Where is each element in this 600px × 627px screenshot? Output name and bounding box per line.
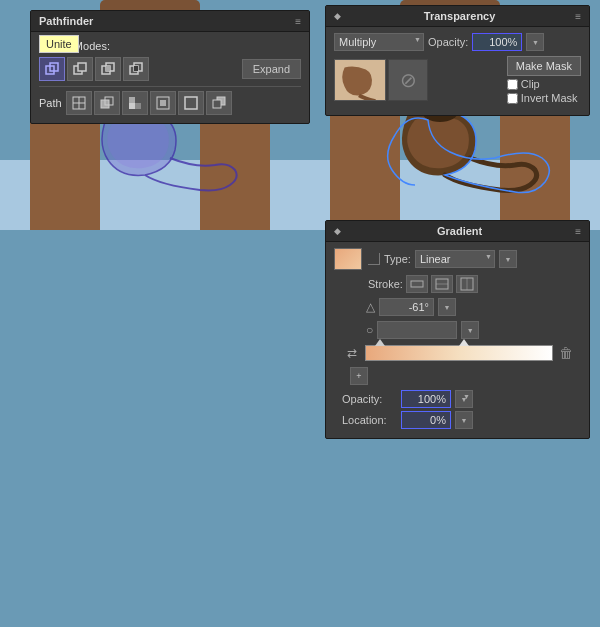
swatch-group [334, 248, 362, 270]
divider-1 [39, 86, 301, 87]
stroke-btn-1[interactable] [406, 275, 428, 293]
location-label: Location: [342, 414, 397, 426]
type-dropdown-icon: ▼ [504, 256, 511, 263]
make-mask-btn[interactable]: Make Mask [507, 56, 581, 76]
pathfinder-title: Pathfinder [39, 15, 93, 27]
location-input[interactable] [401, 411, 451, 429]
transparency-panel-header: ◆ Transparency ≡ [326, 6, 589, 27]
gradient-swatch-fill[interactable] [334, 248, 362, 270]
gradient-menu-icon[interactable]: ≡ [575, 226, 581, 237]
opacity-input[interactable] [472, 33, 522, 51]
location-field-row: Location: ▼ [342, 411, 573, 429]
gradient-stop-left[interactable] [375, 339, 385, 346]
divide-btn[interactable] [66, 91, 92, 115]
aspect-input[interactable] [377, 321, 457, 339]
gradient-reverse-row: ⇄ 🗑 [342, 344, 573, 362]
grad-opacity-dropdown[interactable]: ▼ [455, 390, 473, 408]
svg-rect-33 [185, 97, 197, 109]
clip-checkbox[interactable] [507, 79, 518, 90]
merge-btn[interactable] [122, 91, 148, 115]
no-mask-icon: ⊘ [388, 59, 428, 101]
svg-rect-35 [213, 100, 221, 108]
type-row: Type: Linear Radial Freeform ▼ [334, 248, 581, 270]
invert-mask-label: Invert Mask [521, 92, 578, 104]
exclude-btn[interactable] [123, 57, 149, 81]
type-label: Type: [384, 253, 411, 265]
grad-opacity-input[interactable] [401, 390, 451, 408]
gradient-diamond-icon: ◆ [334, 226, 341, 236]
unite-btn[interactable] [39, 57, 65, 81]
outline-btn[interactable] [178, 91, 204, 115]
bottom-icons-row: + [350, 367, 565, 385]
expand-btn[interactable]: Expand [242, 59, 301, 79]
aspect-dropdown-btn[interactable]: ▼ [461, 321, 479, 339]
pathfinder-menu-icon[interactable]: ≡ [295, 16, 301, 27]
blend-opacity-row: Multiply Normal Screen Overlay Opacity: … [334, 33, 581, 51]
stroke-row: Stroke: [368, 275, 581, 293]
svg-rect-22 [134, 66, 138, 71]
grad-opacity-label: Opacity: [342, 393, 397, 405]
transparency-panel: ◆ Transparency ≡ Multiply Normal Screen … [325, 5, 590, 116]
transparency-body: Multiply Normal Screen Overlay Opacity: … [326, 27, 589, 115]
diamond-icon: ◆ [334, 11, 341, 21]
blend-mode-select-wrapper[interactable]: Multiply Normal Screen Overlay [334, 33, 424, 51]
clip-row: Clip [507, 78, 581, 90]
transparency-title: Transparency [424, 10, 496, 22]
angle-icon: △ [366, 300, 375, 314]
gradient-bar-container[interactable]: ⇄ 🗑 + [342, 344, 573, 385]
angle-dropdown-icon: ▼ [444, 304, 451, 311]
angle-row: △ ▼ [366, 298, 581, 316]
angle-dropdown-btn[interactable]: ▼ [438, 298, 456, 316]
clip-label: Clip [521, 78, 540, 90]
svg-rect-16 [78, 63, 86, 71]
add-stop-btn[interactable]: + [350, 367, 368, 385]
invert-mask-row: Invert Mask [507, 92, 581, 104]
stroke-btn-2[interactable] [431, 275, 453, 293]
transparency-menu-icon[interactable]: ≡ [575, 11, 581, 22]
opacity-dropdown-btn[interactable]: ▼ [526, 33, 544, 51]
invert-mask-checkbox[interactable] [507, 93, 518, 104]
delete-stop-btn[interactable]: 🗑 [559, 345, 573, 361]
intersect-btn[interactable] [95, 57, 121, 81]
svg-rect-28 [129, 97, 135, 103]
minus-front-btn[interactable] [67, 57, 93, 81]
type-select-wrapper[interactable]: Linear Radial Freeform [415, 250, 495, 268]
location-dropdown-icon: ▼ [461, 417, 468, 424]
aspect-row: ○ ▼ [366, 321, 581, 339]
gradient-body: Type: Linear Radial Freeform ▼ Stroke: [326, 242, 589, 438]
thumbnail-area: ⊘ Make Mask Clip Invert Mask [334, 56, 581, 104]
svg-rect-32 [160, 100, 166, 106]
crop-btn[interactable] [150, 91, 176, 115]
svg-rect-19 [106, 66, 110, 71]
blend-mode-select[interactable]: Multiply Normal Screen Overlay [334, 33, 424, 51]
stroke-btn-3[interactable] [456, 275, 478, 293]
type-select[interactable]: Linear Radial Freeform [415, 250, 495, 268]
pathfinder-panel-header: Pathfinder ≡ [31, 11, 309, 32]
gradient-stop-mid[interactable] [459, 339, 469, 346]
reverse-gradient-btn[interactable]: ⇄ [342, 344, 362, 362]
swatch-dropdown-btn[interactable] [368, 253, 380, 265]
gradient-bar[interactable] [365, 345, 553, 361]
svg-rect-29 [135, 103, 141, 109]
path-finders-row: Path [39, 91, 301, 115]
pathfinder-body: Shape Modes: Unite [31, 32, 309, 123]
opacity-label: Opacity: [428, 36, 468, 48]
unite-tooltip: Unite [39, 35, 79, 53]
gradient-panel: ◆ Gradient ≡ Type: Linear Radial Freefor… [325, 220, 590, 439]
angle-input[interactable] [379, 298, 434, 316]
gradient-fill-preview [335, 249, 361, 269]
svg-rect-30 [129, 103, 135, 109]
layer-thumbnail [334, 59, 386, 101]
grad-opacity-select-wrapper[interactable]: ▼ [455, 390, 473, 408]
grad-opacity-dropdown-icon: ▼ [461, 396, 468, 403]
trim-btn[interactable] [94, 91, 120, 115]
gradient-title: Gradient [437, 225, 482, 237]
minus-back-btn[interactable] [206, 91, 232, 115]
pathfinder-panel: Pathfinder ≡ Shape Modes: Unite [30, 10, 310, 124]
location-dropdown[interactable]: ▼ [455, 411, 473, 429]
type-dropdown-btn[interactable]: ▼ [499, 250, 517, 268]
aspect-dropdown-icon: ▼ [467, 327, 474, 334]
aspect-icon: ○ [366, 323, 373, 337]
mask-options: Make Mask Clip Invert Mask [507, 56, 581, 104]
svg-rect-37 [411, 281, 423, 287]
